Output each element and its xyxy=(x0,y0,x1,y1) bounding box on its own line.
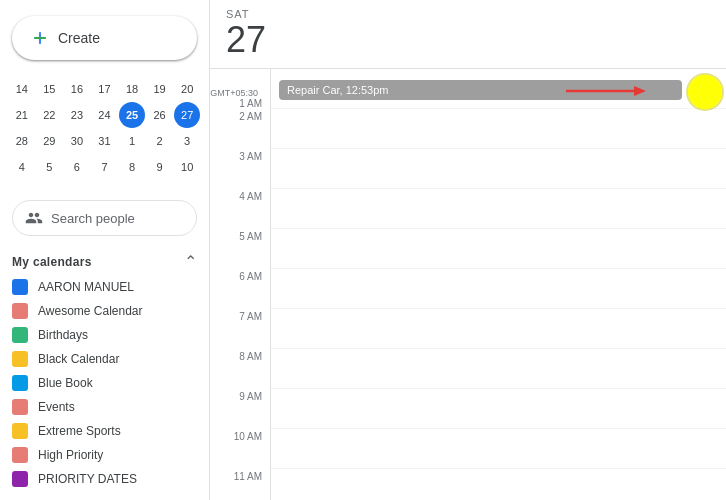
mini-cal-cell[interactable]: 9 xyxy=(147,154,173,180)
mini-cal-cell[interactable]: 4 xyxy=(9,154,35,180)
calendar-checkbox-events[interactable] xyxy=(12,399,28,415)
time-slot-9am: 9 AM xyxy=(210,389,270,429)
red-arrow-svg xyxy=(566,83,646,99)
calendar-item-aaron[interactable]: AARON MANUEL xyxy=(0,275,201,299)
time-label-7am: 7 AM xyxy=(239,311,262,322)
event-title: Repair Car, 12:53pm xyxy=(287,84,389,96)
mini-cal-cell[interactable]: 6 xyxy=(64,154,90,180)
mini-cal-cell[interactable]: 1 xyxy=(119,128,145,154)
time-slot-2am: 2 AM xyxy=(210,109,270,149)
mini-cal-row: 21 22 23 24 25 26 27 xyxy=(8,102,201,128)
calendar-label-bluebook: Blue Book xyxy=(38,376,93,390)
mini-cal-cell[interactable]: 2 xyxy=(147,128,173,154)
calendar-label-highpriority: High Priority xyxy=(38,448,103,462)
mini-cal-cell[interactable]: 16 xyxy=(64,76,90,102)
mini-cal-row: 4 5 6 7 8 9 10 xyxy=(8,154,201,180)
calendar-checkbox-black[interactable] xyxy=(12,351,28,367)
time-slot-11am: 11 AM xyxy=(210,469,270,500)
mini-cal-cell[interactable]: 20 xyxy=(174,76,200,102)
hour-row-7am xyxy=(271,309,726,349)
calendar-item-birthdays[interactable]: Birthdays xyxy=(0,323,201,347)
time-slot-1am: GMT+05:30 1 AM xyxy=(210,69,270,109)
time-label-4am: 4 AM xyxy=(239,191,262,202)
time-label-10am: 10 AM xyxy=(234,431,262,442)
day-label: SAT xyxy=(226,8,710,20)
create-button[interactable]: Create xyxy=(12,16,197,60)
time-label-3am: 3 AM xyxy=(239,151,262,162)
calendar-label-birthdays: Birthdays xyxy=(38,328,88,342)
calendar-checkbox-bluebook[interactable] xyxy=(12,375,28,391)
create-label: Create xyxy=(58,30,100,46)
mini-cal-cell[interactable]: 26 xyxy=(147,102,173,128)
calendar-item-black[interactable]: Black Calendar xyxy=(0,347,201,371)
hour-row-11am xyxy=(271,469,726,500)
hour-row-6am xyxy=(271,269,726,309)
calendar-label-extreme: Extreme Sports xyxy=(38,424,121,438)
mini-cal-row: 14 15 16 17 18 19 20 xyxy=(8,76,201,102)
chevron-up-icon: ⌃ xyxy=(184,252,197,271)
calendar-item-bluebook[interactable]: Blue Book xyxy=(0,371,201,395)
calendar-item-prioritydates[interactable]: PRIORITY DATES xyxy=(0,467,201,491)
mini-cal-cell[interactable]: 10 xyxy=(174,154,200,180)
hour-row-1am: Repair Car, 12:53pm xyxy=(271,69,726,109)
search-people-label: Search people xyxy=(51,211,135,226)
search-people-input[interactable]: Search people xyxy=(12,200,197,236)
calendar-item-extreme[interactable]: Extreme Sports xyxy=(0,419,201,443)
time-label-6am: 6 AM xyxy=(239,271,262,282)
gmt-label: GMT+05:30 xyxy=(210,88,262,98)
mini-cal-cell[interactable]: 30 xyxy=(64,128,90,154)
hour-row-3am xyxy=(271,149,726,189)
mini-cal-cell[interactable]: 7 xyxy=(91,154,117,180)
mini-cal-cell[interactable]: 3 xyxy=(174,128,200,154)
mini-cal-cell[interactable]: 5 xyxy=(36,154,62,180)
time-column: GMT+05:30 1 AM 2 AM 3 AM 4 AM 5 AM 6 AM … xyxy=(210,69,270,500)
mini-cal-today[interactable]: 25 xyxy=(119,102,145,128)
mini-cal-grid: 14 15 16 17 18 19 20 21 22 23 24 25 26 2… xyxy=(8,76,201,180)
mini-cal-cell[interactable]: 18 xyxy=(119,76,145,102)
mini-cal-cell[interactable]: 19 xyxy=(147,76,173,102)
mini-cal-cell[interactable]: 14 xyxy=(9,76,35,102)
calendar-item-events[interactable]: Events xyxy=(0,395,201,419)
hour-row-8am xyxy=(271,349,726,389)
hour-row-9am xyxy=(271,389,726,429)
time-label-9am: 9 AM xyxy=(239,391,262,402)
mini-cal-cell[interactable]: 15 xyxy=(36,76,62,102)
mini-cal-cell[interactable]: 28 xyxy=(9,128,35,154)
mini-cal-cell[interactable]: 17 xyxy=(91,76,117,102)
mini-cal-selected[interactable]: 27 xyxy=(174,102,200,128)
mini-calendar: 14 15 16 17 18 19 20 21 22 23 24 25 26 2… xyxy=(0,76,209,180)
sidebar: Create 14 15 16 17 18 19 20 21 22 23 24 … xyxy=(0,0,210,500)
calendar-checkbox-highpriority[interactable] xyxy=(12,447,28,463)
time-slot-5am: 5 AM xyxy=(210,229,270,269)
time-slot-6am: 6 AM xyxy=(210,269,270,309)
mini-cal-cell[interactable]: 22 xyxy=(36,102,62,128)
time-label-1am: 1 AM xyxy=(239,98,262,109)
calendars-section: My calendars ⌃ AARON MANUEL Awesome Cale… xyxy=(0,244,209,492)
calendar-checkbox-extreme[interactable] xyxy=(12,423,28,439)
calendar-checkbox-birthdays[interactable] xyxy=(12,327,28,343)
my-calendars-header[interactable]: My calendars ⌃ xyxy=(0,248,209,275)
svg-marker-3 xyxy=(634,86,646,96)
calendar-body: GMT+05:30 1 AM 2 AM 3 AM 4 AM 5 AM 6 AM … xyxy=(210,69,726,500)
cursor-indicator xyxy=(688,75,722,109)
calendar-checkbox-awesome[interactable] xyxy=(12,303,28,319)
day-number: 27 xyxy=(226,20,710,60)
calendar-checkbox-prioritydates[interactable] xyxy=(12,471,28,487)
plus-icon xyxy=(30,28,50,48)
mini-cal-cell[interactable]: 29 xyxy=(36,128,62,154)
hour-row-10am xyxy=(271,429,726,469)
time-label-2am: 2 AM xyxy=(239,111,262,122)
mini-cal-cell[interactable]: 23 xyxy=(64,102,90,128)
mini-cal-cell[interactable]: 24 xyxy=(91,102,117,128)
time-label-8am: 8 AM xyxy=(239,351,262,362)
mini-cal-cell[interactable]: 21 xyxy=(9,102,35,128)
time-slot-3am: 3 AM xyxy=(210,149,270,189)
hour-row-2am xyxy=(271,109,726,149)
time-label-11am: 11 AM xyxy=(234,471,262,482)
mini-cal-cell[interactable]: 31 xyxy=(91,128,117,154)
calendar-item-highpriority[interactable]: High Priority xyxy=(0,443,201,467)
mini-cal-cell[interactable]: 8 xyxy=(119,154,145,180)
calendar-item-awesome[interactable]: Awesome Calendar xyxy=(0,299,201,323)
calendar-checkbox-aaron[interactable] xyxy=(12,279,28,295)
calendar-label-prioritydates: PRIORITY DATES xyxy=(38,472,137,486)
